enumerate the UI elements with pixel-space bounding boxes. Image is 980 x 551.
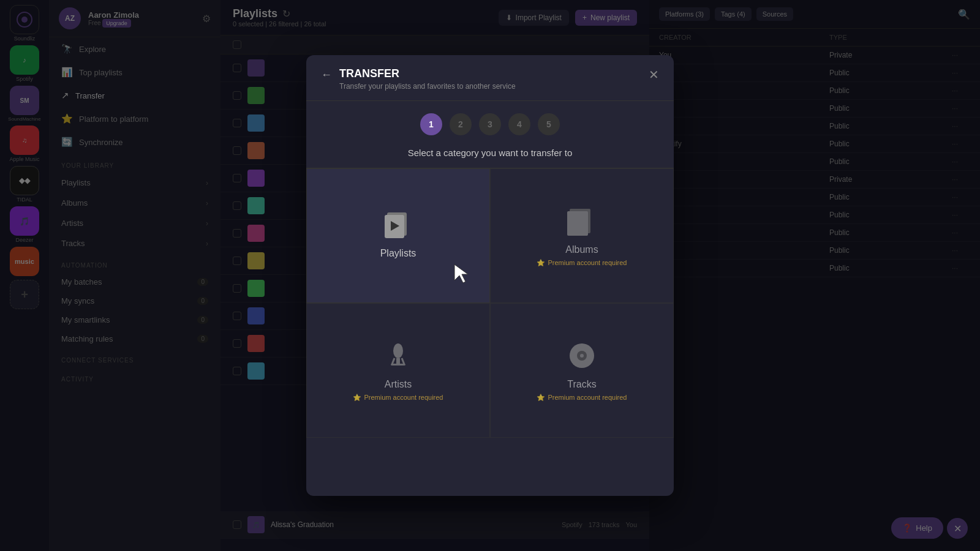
modal-instruction: Select a category you want to transfer t… (306, 148, 674, 168)
premium-star-icon: ⭐ (537, 259, 545, 267)
disc-icon (566, 340, 598, 372)
svg-point-14 (580, 354, 584, 358)
svg-line-10 (392, 358, 394, 364)
modal-close-button[interactable]: ✕ (649, 67, 659, 82)
premium-star-icon-tracks: ⭐ (537, 394, 545, 402)
albums-premium-badge: ⭐ Premium account required (537, 259, 627, 267)
modal-header: ← TRANSFER Transfer your playlists and f… (306, 55, 674, 101)
svg-rect-6 (567, 211, 588, 236)
modal-overlay[interactable]: ← TRANSFER Transfer your playlists and f… (0, 0, 980, 551)
tracks-premium-badge: ⭐ Premium account required (537, 394, 627, 402)
category-artists[interactable]: Artists ⭐ Premium account required (306, 303, 490, 438)
step-indicators: 1 2 3 4 5 (306, 101, 674, 148)
artists-category-label: Artists (385, 379, 412, 390)
playlist-icon (382, 209, 414, 241)
playlists-category-label: Playlists (380, 248, 417, 259)
category-playlists[interactable]: Playlists (306, 168, 490, 303)
modal-title: TRANSFER (339, 67, 649, 80)
step-2: 2 (450, 113, 472, 135)
transfer-modal: ← TRANSFER Transfer your playlists and f… (306, 55, 674, 496)
artists-premium-badge: ⭐ Premium account required (353, 394, 443, 402)
category-tracks[interactable]: Tracks ⭐ Premium account required (490, 303, 674, 438)
svg-point-7 (393, 343, 403, 358)
albums-category-label: Albums (565, 244, 598, 255)
step-5: 5 (538, 113, 560, 135)
premium-star-icon-artists: ⭐ (353, 394, 361, 402)
step-3: 3 (479, 113, 501, 135)
albums-icon (566, 205, 598, 237)
microphone-icon (382, 340, 414, 372)
svg-rect-8 (396, 358, 400, 364)
category-grid: Playlists Albums ⭐ Premium account requi… (306, 168, 674, 438)
svg-line-11 (402, 358, 404, 364)
step-1: 1 (420, 113, 442, 135)
tracks-category-label: Tracks (567, 379, 596, 390)
step-4: 4 (508, 113, 530, 135)
category-albums[interactable]: Albums ⭐ Premium account required (490, 168, 674, 303)
modal-back-button[interactable]: ← (321, 69, 332, 81)
modal-subtitle: Transfer your playlists and favorites to… (339, 82, 649, 91)
